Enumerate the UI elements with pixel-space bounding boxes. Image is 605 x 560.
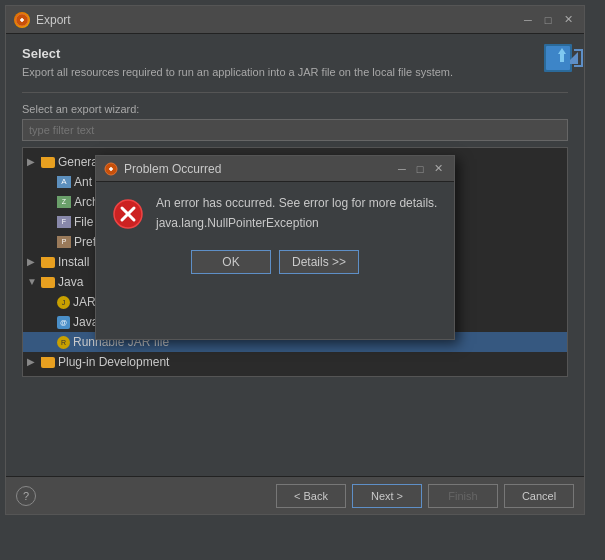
dialog-title-bar: Problem Occurred ─ □ ✕ <box>96 156 454 182</box>
dialog-content: An error has occurred. See error log for… <box>96 182 454 240</box>
dialog-details-button[interactable]: Details >> <box>279 250 359 274</box>
error-message-line2: java.lang.NullPointerException <box>156 216 438 230</box>
dialog-minimize-button[interactable]: ─ <box>394 162 410 176</box>
dialog-maximize-button[interactable]: □ <box>412 162 428 176</box>
dialog-title-left: Problem Occurred <box>104 162 221 176</box>
dialog-buttons: OK Details >> <box>96 240 454 286</box>
dialog-overlay: Problem Occurred ─ □ ✕ An error has occu… <box>0 0 605 560</box>
dialog-title-controls: ─ □ ✕ <box>394 162 446 176</box>
dialog-ok-button[interactable]: OK <box>191 250 271 274</box>
dialog-close-button[interactable]: ✕ <box>430 162 446 176</box>
dialog-title-text: Problem Occurred <box>124 162 221 176</box>
error-message-line1: An error has occurred. See error log for… <box>156 196 438 210</box>
error-icon <box>112 198 144 230</box>
dialog-icon <box>104 162 118 176</box>
error-text: An error has occurred. See error log for… <box>156 196 438 230</box>
problem-dialog: Problem Occurred ─ □ ✕ An error has occu… <box>95 155 455 340</box>
